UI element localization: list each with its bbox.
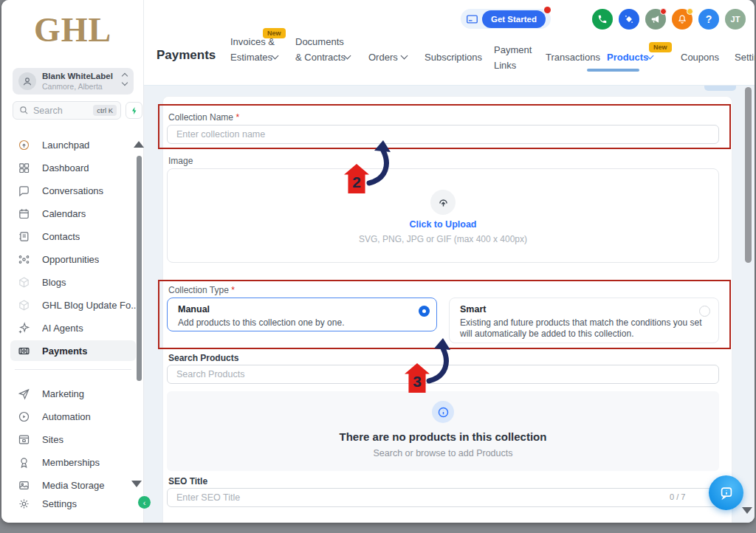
tab-payment-links[interactable]: Payment Links [494, 42, 537, 73]
top-header: Get Started ? JT Payments Invoices & Est… [144, 0, 755, 86]
sidebar-scroll-down-icon[interactable] [131, 481, 142, 487]
sidebar-collapse-button[interactable]: ‹ [138, 496, 151, 509]
user-avatar[interactable]: JT [725, 9, 746, 30]
app-window: GHL Blank WhiteLabel Canmore, Alberta Se… [1, 0, 755, 523]
sidebar-item-settings[interactable]: Settings [10, 493, 136, 514]
radio-unselected-icon[interactable] [699, 306, 710, 317]
collection-name-label: Collection Name * [168, 112, 239, 123]
sidebar-item-blogs[interactable]: Blogs [10, 272, 136, 292]
sidebar-item-automation[interactable]: Automation [10, 406, 136, 427]
chat-info-icon [718, 485, 735, 501]
tab-products[interactable]: Products [607, 49, 648, 65]
sidebar-item-launchpad[interactable]: Launchpad [10, 134, 136, 155]
question-mark-icon: ? [706, 13, 712, 25]
info-icon [432, 401, 454, 423]
sidebar-item-marketing[interactable]: Marketing [10, 383, 136, 404]
tab-coupons[interactable]: Coupons [681, 49, 719, 65]
account-avatar-icon [18, 72, 36, 90]
upload-format-hint: SVG, PNG, JPG or GIF (max 400 x 400px) [168, 234, 718, 244]
tab-documents-contracts[interactable]: Documents & Contracts [295, 34, 350, 65]
sidebar-divider [15, 369, 131, 370]
bell-icon [677, 14, 687, 24]
sidebar-item-opportunities[interactable]: Opportunities [10, 249, 136, 269]
cube-icon [18, 299, 30, 312]
academy-button[interactable] [619, 9, 639, 30]
search-products-label: Search Products [168, 353, 238, 363]
empty-state-title: There are no products in this collection [167, 430, 719, 443]
notifications-button[interactable] [672, 9, 693, 30]
play-circle-icon [18, 410, 30, 423]
help-button[interactable]: ? [698, 9, 719, 30]
radio-selected-icon[interactable] [419, 306, 430, 317]
tab-subscriptions[interactable]: Subscriptions [425, 49, 482, 65]
account-name: Blank WhiteLabel [42, 72, 113, 80]
collection-type-option-smart[interactable]: Smart Existing and future products that … [449, 298, 719, 343]
support-chat-button[interactable] [709, 475, 743, 510]
get-started-pill: Get Started [461, 9, 551, 29]
seo-title-input[interactable] [167, 488, 719, 507]
collection-type-option-manual[interactable]: Manual Add products to this collection o… [167, 298, 437, 331]
tab-settings[interactable]: Settings [735, 49, 755, 65]
image-upload-dropzone[interactable]: Click to Upload SVG, PNG, JPG or GIF (ma… [167, 168, 719, 263]
contacts-book-icon [18, 230, 30, 243]
search-placeholder: Search [33, 106, 93, 116]
partially-hidden-button [704, 86, 736, 91]
sidebar-item-calendars[interactable]: Calendars [10, 203, 136, 224]
sidebar-item-ai-agents[interactable]: AI Agents [10, 317, 136, 338]
paper-plane-icon [18, 388, 30, 400]
upload-icon [430, 190, 456, 215]
launchpad-icon [18, 139, 30, 151]
image-icon [18, 479, 30, 492]
image-label: Image [168, 156, 193, 166]
notification-dot [687, 8, 693, 15]
account-location: Canmore, Alberta [42, 82, 103, 91]
click-to-upload-link[interactable]: Click to Upload [168, 219, 718, 230]
announcements-button[interactable] [645, 9, 666, 30]
tab-invoices-estimates[interactable]: Invoices & Estimates [230, 34, 278, 65]
chevron-down-icon [401, 52, 408, 60]
main-scrollbar-thumb[interactable] [745, 87, 752, 263]
opportunities-icon [18, 253, 30, 266]
phone-icon [597, 14, 608, 24]
collection-type-label: Collection Type * [168, 285, 235, 295]
annotation-arrow-3 [423, 338, 461, 384]
sidebar-item-media-storage[interactable]: Media Storage [10, 475, 136, 495]
tab-orders[interactable]: Orders [368, 49, 398, 65]
account-expand-icon [123, 74, 127, 85]
chat-bubble-icon [18, 185, 30, 197]
main-content: Collection Name * Image Click to Upload … [144, 86, 755, 523]
tab-transactions[interactable]: Transactions [546, 49, 600, 65]
sidebar-item-memberships[interactable]: Memberships [10, 452, 136, 472]
gear-icon [18, 498, 30, 510]
collection-name-input[interactable] [167, 125, 719, 144]
page-title: Payments [157, 48, 216, 63]
seo-title-char-counter: 0 / 7 [670, 492, 685, 501]
notification-dot [660, 8, 667, 15]
sidebar-item-conversations[interactable]: Conversations [10, 180, 136, 201]
active-tab-underline [587, 69, 639, 72]
sidebar-item-contacts[interactable]: Contacts [10, 226, 136, 247]
sidebar-item-sites[interactable]: Sites [10, 429, 136, 450]
get-started-button[interactable]: Get Started [482, 10, 546, 28]
sidebar-search[interactable]: Search ctrl K [13, 101, 121, 120]
main-scroll-down-icon[interactable] [742, 507, 752, 514]
cube-icon [18, 276, 30, 289]
annotation-arrow-2 [363, 140, 402, 186]
seo-title-label: SEO Title [168, 476, 207, 486]
sidebar-scrollbar-thumb[interactable] [137, 156, 142, 381]
phone-button[interactable] [592, 9, 613, 30]
academy-icon [624, 14, 634, 24]
card-icon [467, 15, 478, 24]
ai-assistant-button[interactable] [126, 102, 142, 119]
sidebar-item-ghl-blog-update[interactable]: GHL Blog Update Fo... [10, 295, 136, 315]
megaphone-icon [650, 14, 661, 24]
sidebar-item-dashboard[interactable]: Dashboard [10, 157, 136, 178]
sidebar-scroll-up-icon[interactable] [134, 141, 144, 148]
dashboard-icon [18, 162, 30, 174]
search-shortcut-badge: ctrl K [93, 105, 117, 116]
search-icon [19, 106, 29, 115]
payments-icon [18, 345, 30, 357]
calendar-icon [18, 207, 30, 220]
sidebar-item-payments[interactable]: Payments [10, 340, 136, 361]
account-switcher[interactable]: Blank WhiteLabel Canmore, Alberta [13, 68, 134, 94]
